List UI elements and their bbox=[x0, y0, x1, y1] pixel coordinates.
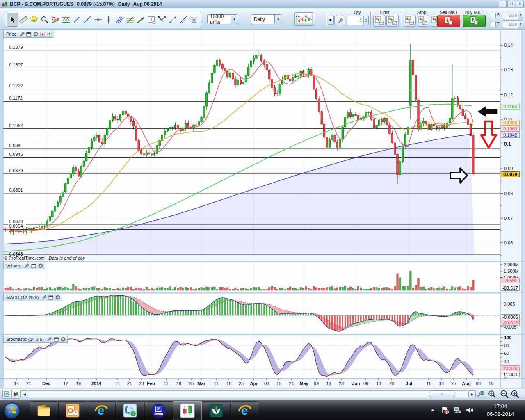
close-icon[interactable] bbox=[55, 294, 61, 300]
detach-window-icon[interactable] bbox=[53, 336, 59, 342]
tray-expand-button[interactable] bbox=[428, 406, 437, 414]
taskbar-banking-app[interactable] bbox=[202, 401, 231, 420]
zoom-settings-button[interactable] bbox=[477, 390, 485, 400]
buy-shortcut-icon[interactable] bbox=[47, 31, 52, 37]
x-axis-tick: 08 bbox=[476, 381, 481, 386]
clock-date: 06-08-2014 bbox=[479, 410, 522, 418]
x-axis-tick: 12 bbox=[63, 381, 68, 386]
x-axis-tick: Dec bbox=[42, 381, 50, 386]
clock-time: 17:04 bbox=[479, 402, 522, 410]
terminal-icon bbox=[151, 403, 166, 418]
price-level-label: 0.1307 bbox=[9, 62, 23, 67]
x-axis-tick: 19 bbox=[76, 381, 81, 386]
stoch-axis-tick: 60 bbox=[504, 351, 509, 356]
chart-area[interactable]: 0.13790.13070.12220.11720.10620.0980.094… bbox=[0, 0, 525, 420]
detach-window-icon[interactable] bbox=[26, 31, 32, 37]
horizontal-scrollbar-thumb[interactable]: ≡ bbox=[429, 390, 455, 398]
tray-clock[interactable]: 17:04 06-08-2014 bbox=[479, 402, 522, 418]
wrench-icon[interactable] bbox=[41, 294, 47, 300]
start-button[interactable] bbox=[2, 401, 21, 420]
price-level-label: 0.0673 bbox=[9, 219, 23, 224]
speaker-icon bbox=[466, 406, 474, 414]
zoom-out-button[interactable] bbox=[500, 390, 509, 400]
detach-window-icon[interactable] bbox=[31, 263, 37, 269]
x-axis-tick: Apr bbox=[250, 381, 258, 386]
price-axis-tick: 0.07 bbox=[504, 216, 513, 221]
zoom-fit-icon bbox=[486, 390, 497, 399]
sell-shortcut-icon[interactable] bbox=[40, 31, 46, 37]
x-axis-tick: 15 bbox=[276, 381, 281, 386]
price-axis-tick: 0.1 bbox=[504, 141, 511, 147]
price-level-label: 0.0654 bbox=[9, 224, 23, 228]
macd-axis-tick: 0.005 bbox=[504, 301, 515, 306]
close-icon[interactable] bbox=[33, 31, 39, 37]
taskbar-outlook[interactable]: O bbox=[58, 401, 87, 420]
x-axis-tick: 20 bbox=[389, 381, 394, 386]
close-icon[interactable] bbox=[60, 336, 66, 342]
volume-panel-title: Volume bbox=[5, 263, 23, 268]
x-axis-tick: 14 bbox=[115, 381, 120, 386]
volume-tray-icon[interactable] bbox=[465, 406, 474, 414]
chart-scroll-row: ◀ ≡ ▶ bbox=[0, 389, 525, 399]
x-axis-tick: Mar bbox=[197, 381, 205, 386]
action-center-tray-icon[interactable] bbox=[441, 406, 450, 414]
x-axis-tick: 11 bbox=[214, 381, 218, 386]
price-axis-tick: 0.14 bbox=[504, 43, 513, 48]
price-axis-tick: 0.08 bbox=[504, 191, 513, 196]
data-delay-note: Data is end of day bbox=[49, 256, 85, 260]
stochastic-panel-header: Stochastic (14 3 5) bbox=[3, 336, 68, 343]
volume-axis-tick: 1,500M bbox=[504, 269, 519, 274]
close-icon[interactable] bbox=[38, 263, 43, 269]
candlestick-app-icon bbox=[180, 403, 195, 418]
link-chart-button[interactable] bbox=[2, 390, 11, 399]
network-icon bbox=[453, 406, 461, 414]
stochastic-panel-title: Stochastic (14 3 5) bbox=[5, 337, 45, 342]
wrench-icon[interactable] bbox=[19, 31, 25, 37]
chart-type-quick-button[interactable] bbox=[11, 390, 21, 399]
scroll-left-button[interactable]: ◀ bbox=[21, 390, 28, 398]
x-axis-tick: 21 bbox=[127, 381, 132, 386]
x-axis-tick: Jul bbox=[406, 381, 412, 386]
network-tray-icon[interactable] bbox=[453, 406, 462, 414]
x-axis-tick: Aug bbox=[462, 381, 470, 386]
price-level-label: 0.0801 bbox=[9, 187, 23, 192]
zoom-fit-button[interactable] bbox=[486, 390, 497, 400]
price-axis-tick: 0.13 bbox=[504, 67, 513, 72]
price-axis-tick: 0.09 bbox=[504, 166, 513, 171]
price-level-label: 0.098 bbox=[9, 143, 21, 148]
macd-axis-tick: -0.005 bbox=[504, 324, 516, 329]
x-axis-tick: Feb bbox=[147, 381, 155, 386]
lync-icon bbox=[123, 404, 137, 418]
wrench-icon[interactable] bbox=[46, 336, 52, 342]
price-panel-title: Price bbox=[5, 32, 18, 37]
price-level-label: 0.1222 bbox=[9, 83, 23, 88]
taskbar-prorealtime-active[interactable] bbox=[173, 401, 202, 420]
taskbar-lync[interactable] bbox=[116, 401, 144, 420]
taskbar-terminal[interactable] bbox=[144, 401, 173, 420]
wrench-candle-icon bbox=[477, 390, 485, 398]
x-axis-tick: 11 bbox=[164, 381, 168, 386]
proRealTime-window: BCP - B.COM.PORTUGUES 0.0879 (-15.07%) D… bbox=[0, 0, 525, 420]
detach-window-icon[interactable] bbox=[48, 294, 54, 300]
price-axis-tick: 0.11 bbox=[504, 117, 513, 122]
taskbar-internet-explorer-2[interactable]: e bbox=[231, 401, 259, 420]
internet-explorer-icon: e bbox=[237, 404, 252, 418]
x-axis-tick: 14 bbox=[14, 381, 19, 386]
zoom-in-icon bbox=[510, 390, 520, 399]
windows-taskbar: O e e 17:04 bbox=[0, 400, 525, 420]
zoom-in-button[interactable] bbox=[510, 390, 520, 400]
x-axis-tick: 24 bbox=[289, 381, 294, 386]
horizontal-scrollbar-track[interactable] bbox=[28, 390, 468, 398]
wrench-icon[interactable] bbox=[24, 263, 30, 269]
taskbar-windows-explorer[interactable] bbox=[30, 401, 58, 420]
x-axis-tick: 16 bbox=[326, 381, 331, 386]
scroll-right-button[interactable]: ▶ bbox=[468, 390, 476, 398]
svg-text:O: O bbox=[68, 407, 73, 415]
macd-panel-title: MACD (12 26 9) bbox=[5, 295, 40, 300]
x-axis-tick: 23 bbox=[339, 381, 344, 386]
x-axis-tick: May bbox=[299, 381, 308, 386]
copyright-note: © ProRealTime.comData is end of day bbox=[4, 256, 85, 260]
leaf-app-icon bbox=[209, 404, 223, 418]
taskbar-internet-explorer[interactable]: e bbox=[87, 401, 116, 420]
chart-link-icon bbox=[4, 391, 10, 397]
